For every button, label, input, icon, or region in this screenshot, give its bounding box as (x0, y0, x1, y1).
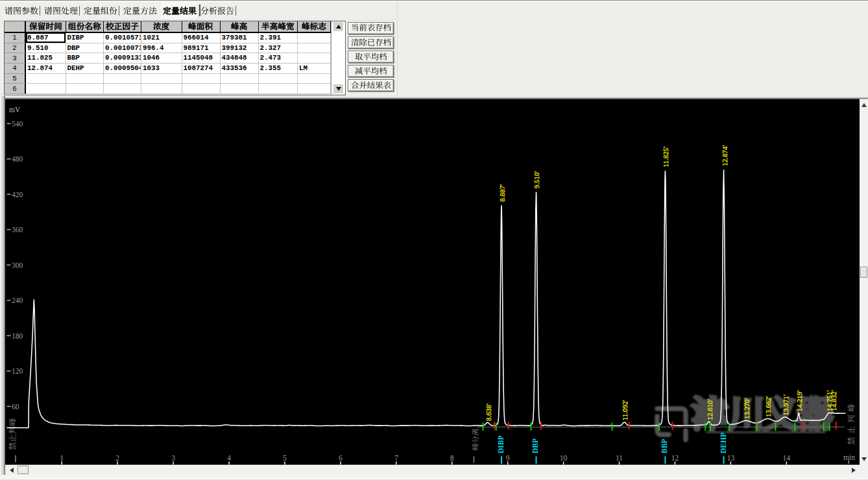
cell-r6c3[interactable] (104, 84, 141, 94)
cell-r6c2[interactable] (66, 84, 104, 94)
tab-谱图处理[interactable] (42, 3, 79, 19)
cell-r4c3[interactable]: 0.00095049 (104, 64, 141, 74)
cell-r3c6[interactable]: 434848 (221, 53, 259, 64)
component-label-DIBP: DIBP (497, 436, 505, 453)
column-header-峰标志[interactable] (298, 21, 331, 33)
cell-r4c7[interactable]: 2.355 (259, 64, 298, 74)
left-splitter[interactable] (0, 96, 5, 475)
cell-r5c7[interactable] (259, 74, 298, 84)
table-scrollbar[interactable] (331, 21, 345, 95)
y-axis-tick-label: 180 (12, 332, 23, 340)
cell-r1c5[interactable]: 966014 (182, 33, 221, 43)
column-header-组份名称[interactable] (66, 21, 104, 33)
y-axis-tick-label: 300 (12, 261, 23, 269)
table-corner-cell (5, 21, 26, 33)
cell-r6c1[interactable] (26, 84, 66, 94)
tab-分析报告[interactable] (199, 3, 235, 19)
column-header-峰高[interactable] (221, 21, 259, 33)
tab-strip-baseline (0, 19, 868, 20)
scroll-left-button[interactable] (7, 465, 16, 475)
vertical-scrollbar[interactable] (860, 99, 868, 464)
cell-r1c6[interactable]: 379381 (221, 33, 259, 43)
column-header-浓度[interactable] (141, 21, 182, 33)
cell-r5c5[interactable] (182, 74, 221, 84)
cell-r3c5[interactable]: 1145048 (182, 53, 221, 64)
cell-r2c5[interactable]: 989171 (182, 43, 221, 54)
cell-r1c2[interactable]: DIBP (66, 33, 104, 43)
cell-r6c7[interactable] (259, 84, 298, 94)
cell-r2c3[interactable]: 0.00100734 (104, 43, 141, 54)
tab-定量结果[interactable] (161, 3, 199, 19)
cell-r4c2[interactable]: DEHP (66, 64, 104, 74)
x-axis-tick-label: 9 (506, 454, 510, 462)
row-number[interactable]: 1 (5, 33, 26, 43)
cell-r3c4[interactable]: 1046 (141, 53, 182, 64)
button-当前表存档[interactable] (348, 22, 394, 34)
row-number[interactable]: 2 (5, 43, 26, 54)
column-header-峰面积[interactable] (182, 21, 221, 33)
y-axis-tick-label: 480 (12, 155, 23, 163)
cell-r6c6[interactable] (221, 84, 259, 94)
cell-r3c8[interactable] (298, 53, 331, 64)
x-axis-tick-label: 8 (450, 454, 454, 462)
table-scroll-up-button[interactable] (333, 22, 343, 31)
cell-r5c3[interactable] (104, 74, 141, 84)
y-axis-tick-label: 420 (12, 191, 23, 198)
cell-r2c7[interactable]: 2.327 (259, 43, 298, 54)
scroll-up-button[interactable] (860, 101, 868, 109)
table-row-6: 6 (5, 84, 331, 94)
column-header-半高峰宽[interactable] (259, 21, 298, 33)
tab-谱图参数[interactable] (3, 3, 40, 19)
cell-r2c6[interactable]: 399132 (221, 43, 259, 54)
cell-r5c8[interactable] (298, 74, 331, 84)
button-清除已存档[interactable] (348, 36, 394, 49)
peak-label: 9.510' (533, 171, 540, 189)
row-number[interactable]: 3 (5, 53, 26, 64)
cell-r4c6[interactable]: 433536 (221, 64, 259, 74)
cell-r2c2[interactable]: DBP (66, 43, 104, 54)
y-axis-tick-label: 120 (12, 367, 23, 375)
cell-r4c5[interactable]: 1087274 (182, 64, 221, 74)
cell-r4c8[interactable]: LM (298, 64, 331, 74)
cell-r3c3[interactable]: 0.00091338 (104, 53, 141, 64)
cell-r5c2[interactable] (66, 74, 104, 84)
cell-r1c3[interactable]: 0.00105715 (104, 33, 141, 43)
tab-定量方法[interactable] (121, 3, 158, 19)
cell-r3c7[interactable]: 2.473 (259, 53, 298, 64)
cell-r5c1[interactable] (26, 74, 66, 84)
column-header-校正因子[interactable] (104, 21, 141, 33)
cell-r5c4[interactable] (141, 74, 182, 84)
chromatogram-plot[interactable]: 6012018024030036042048054012345678910111… (0, 96, 868, 480)
column-header-保留时间[interactable] (26, 21, 66, 33)
row-number[interactable]: 4 (5, 64, 26, 74)
vertical-scroll-thumb[interactable] (860, 267, 867, 278)
cell-r1c4[interactable]: 1021 (141, 33, 182, 43)
table-scroll-down-button[interactable] (333, 84, 343, 93)
cell-r6c5[interactable] (182, 84, 221, 94)
up-arrow-icon (336, 25, 341, 29)
button-合并结果表[interactable] (348, 79, 394, 91)
cell-r4c4[interactable]: 1033 (141, 64, 182, 74)
tab-定量组份[interactable] (82, 3, 119, 19)
cell-r4c1[interactable]: 12.874 (26, 64, 66, 74)
horizontal-scrollbar[interactable] (6, 465, 860, 475)
scroll-down-button[interactable] (860, 455, 868, 463)
cell-r1c1[interactable]: 8.887 (26, 33, 66, 43)
cell-r6c8[interactable] (298, 84, 331, 94)
down-arrow-icon (862, 457, 867, 461)
cell-r3c2[interactable]: BBP (66, 53, 104, 64)
row-number[interactable]: 6 (5, 84, 26, 94)
row-number[interactable]: 5 (5, 74, 26, 84)
cell-r3c1[interactable]: 11.825 (26, 53, 66, 64)
cell-r2c4[interactable]: 996.4 (141, 43, 182, 54)
horizontal-scroll-thumb[interactable] (18, 466, 29, 474)
button-取平均档[interactable] (348, 51, 394, 63)
scroll-right-button[interactable] (849, 465, 858, 475)
cell-r6c4[interactable] (141, 84, 182, 94)
cell-r2c1[interactable]: 9.510 (26, 43, 66, 54)
cell-r1c7[interactable]: 2.391 (259, 33, 298, 43)
cell-r5c6[interactable] (221, 74, 259, 84)
cell-r1c8[interactable] (298, 33, 331, 43)
cell-r2c8[interactable] (298, 43, 331, 54)
button-减平均档[interactable] (348, 65, 394, 77)
